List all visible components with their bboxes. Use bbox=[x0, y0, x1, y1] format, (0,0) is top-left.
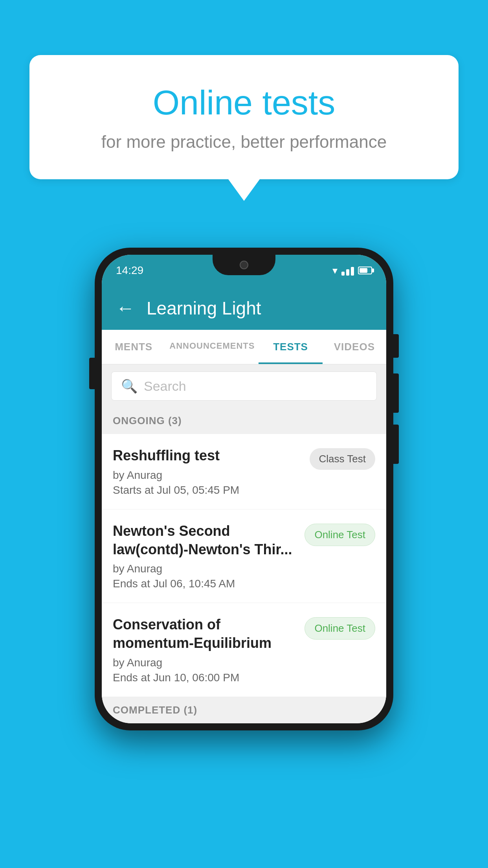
completed-label: COMPLETED (1) bbox=[113, 704, 197, 716]
test-info: Conservation of momentum-Equilibrium by … bbox=[113, 616, 305, 684]
test-item[interactable]: Newton's Second law(contd)-Newton's Thir… bbox=[102, 509, 386, 603]
back-button[interactable]: ← bbox=[116, 297, 135, 319]
test-badge-online: Online Test bbox=[305, 524, 375, 546]
speech-bubble-container: Online tests for more practice, better p… bbox=[29, 55, 459, 201]
test-name: Newton's Second law(contd)-Newton's Thir… bbox=[113, 522, 297, 559]
app-title: Learning Light bbox=[147, 298, 261, 319]
test-time: Starts at Jul 05, 05:45 PM bbox=[113, 484, 302, 497]
speech-bubble: Online tests for more practice, better p… bbox=[29, 55, 459, 179]
camera bbox=[240, 261, 248, 269]
status-time: 14:29 bbox=[116, 264, 143, 277]
ongoing-label: ONGOING (3) bbox=[113, 415, 182, 427]
status-icons: ▾ bbox=[332, 265, 372, 277]
signal-icon bbox=[341, 265, 354, 276]
test-badge-online: Online Test bbox=[305, 617, 375, 640]
notch bbox=[213, 255, 275, 275]
tab-videos[interactable]: VIDEOS bbox=[323, 330, 386, 364]
test-item[interactable]: Reshuffling test by Anurag Starts at Jul… bbox=[102, 434, 386, 509]
search-placeholder: Search bbox=[144, 379, 186, 394]
test-time: Ends at Jul 06, 10:45 AM bbox=[113, 577, 297, 590]
bubble-arrow bbox=[228, 179, 260, 201]
phone-screen: 14:29 ▾ ← bbox=[102, 255, 386, 723]
tab-ments[interactable]: MENTS bbox=[102, 330, 165, 364]
test-item[interactable]: Conservation of momentum-Equilibrium by … bbox=[102, 603, 386, 697]
ongoing-section-header: ONGOING (3) bbox=[102, 408, 386, 434]
test-name: Conservation of momentum-Equilibrium bbox=[113, 616, 297, 653]
app-header: ← Learning Light bbox=[102, 286, 386, 330]
status-bar: 14:29 ▾ bbox=[102, 255, 386, 286]
completed-section-header: COMPLETED (1) bbox=[102, 697, 386, 723]
tab-tests[interactable]: TESTS bbox=[259, 330, 322, 364]
side-button-power bbox=[393, 334, 399, 358]
tab-announcements[interactable]: ANNOUNCEMENTS bbox=[165, 330, 259, 364]
phone-outer: 14:29 ▾ ← bbox=[95, 248, 393, 730]
bubble-subtitle: for more practice, better performance bbox=[61, 132, 427, 152]
test-author: by Anurag bbox=[113, 563, 297, 575]
test-author: by Anurag bbox=[113, 657, 297, 669]
side-button-vol-up bbox=[393, 373, 399, 413]
side-button-vol-down bbox=[393, 425, 399, 464]
search-box[interactable]: 🔍 Search bbox=[111, 371, 377, 401]
side-button-volume bbox=[89, 358, 95, 389]
test-info: Newton's Second law(contd)-Newton's Thir… bbox=[113, 522, 305, 590]
wifi-icon: ▾ bbox=[332, 265, 338, 277]
test-badge-class: Class Test bbox=[310, 448, 375, 470]
test-name: Reshuffling test bbox=[113, 447, 302, 465]
test-time: Ends at Jun 10, 06:00 PM bbox=[113, 671, 297, 684]
battery-icon bbox=[358, 267, 372, 274]
test-list: Reshuffling test by Anurag Starts at Jul… bbox=[102, 434, 386, 697]
phone-wrapper: 14:29 ▾ ← bbox=[95, 248, 393, 730]
tabs-bar: MENTS ANNOUNCEMENTS TESTS VIDEOS bbox=[102, 330, 386, 364]
search-container: 🔍 Search bbox=[102, 364, 386, 408]
search-icon: 🔍 bbox=[121, 378, 138, 394]
test-info: Reshuffling test by Anurag Starts at Jul… bbox=[113, 447, 310, 497]
test-author: by Anurag bbox=[113, 469, 302, 482]
bubble-title: Online tests bbox=[61, 83, 427, 123]
